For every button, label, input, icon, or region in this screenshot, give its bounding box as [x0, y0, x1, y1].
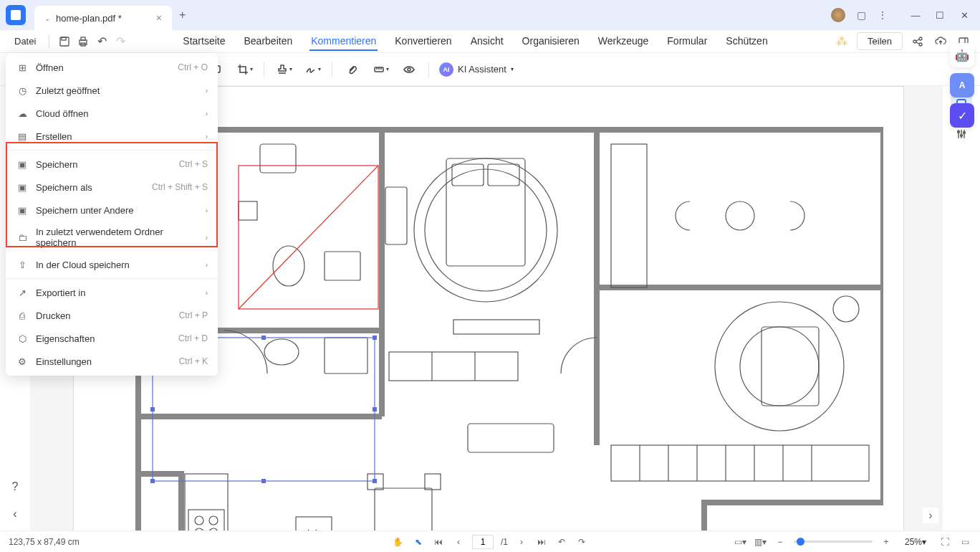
- layout-icon[interactable]: ▥▾: [754, 536, 767, 548]
- fit-width-icon[interactable]: ▭▾: [734, 536, 746, 548]
- svg-rect-24: [488, 164, 519, 186]
- menu-save-as[interactable]: ▣Speichern alsCtrl + Shift + S: [6, 176, 218, 199]
- file-menu-button[interactable]: Datei: [9, 33, 42, 49]
- close-window-button[interactable]: ✕: [954, 5, 974, 25]
- ai-robot-icon[interactable]: 🤖: [950, 43, 974, 67]
- tab-title: home-plan.pdf *: [56, 13, 122, 24]
- menu-recent[interactable]: ◷Zuletzt geöffnet›: [6, 79, 218, 102]
- prev-page-icon[interactable]: ‹: [452, 536, 465, 548]
- svg-rect-19: [239, 201, 257, 220]
- statusbar: 123,75 x 87,49 cm ✋ ⬉ ⏮ ‹ /1 › ⏭ ↶ ↷ ▭▾ …: [0, 530, 980, 552]
- page-number-input[interactable]: [472, 535, 494, 549]
- svg-rect-39: [325, 338, 368, 373]
- tab-konvertieren[interactable]: Konvertieren: [393, 32, 453, 51]
- new-tab-button[interactable]: +: [179, 9, 186, 22]
- more-icon[interactable]: ⋮: [877, 9, 888, 21]
- attachment-icon[interactable]: [342, 60, 361, 79]
- right-floating-tools: 🤖 A ✓: [950, 43, 974, 128]
- svg-point-58: [833, 296, 859, 322]
- first-page-icon[interactable]: ⏮: [432, 536, 445, 548]
- close-icon[interactable]: ×: [156, 12, 162, 24]
- last-page-icon[interactable]: ⏭: [535, 536, 548, 548]
- zoom-slider[interactable]: [794, 541, 873, 543]
- zoom-value[interactable]: 25% ▾: [900, 537, 931, 547]
- menu-export[interactable]: ↗Exportiert in›: [6, 281, 218, 304]
- lightbulb-icon[interactable]: ⁂: [834, 34, 850, 49]
- select-tool-icon[interactable]: ⬉: [412, 536, 425, 548]
- save-icon[interactable]: [57, 34, 72, 49]
- svg-rect-64: [261, 336, 266, 340]
- menu-settings[interactable]: ⚙EinstellungenCtrl + K: [6, 350, 218, 373]
- chevron-right-icon: ›: [206, 110, 208, 118]
- menu-cloud-open[interactable]: ☁Cloud öffnen›: [6, 102, 218, 125]
- translate-icon[interactable]: A: [950, 73, 974, 97]
- cloud-up-icon: ⇧: [16, 258, 29, 271]
- hand-tool-icon[interactable]: ✋: [392, 536, 405, 548]
- svg-rect-41: [185, 474, 228, 530]
- zoom-out-icon[interactable]: −: [774, 536, 787, 548]
- svg-point-44: [209, 516, 218, 525]
- measure-icon[interactable]: ▾: [371, 60, 390, 79]
- share-button[interactable]: Teilen: [857, 32, 903, 50]
- print-icon: ⎙: [16, 309, 29, 322]
- check-icon[interactable]: ✓: [950, 103, 974, 128]
- next-page-icon[interactable]: ›: [515, 536, 528, 548]
- rotate-left-icon[interactable]: ↶: [555, 536, 568, 548]
- tab-bearbeiten[interactable]: Bearbeiten: [243, 32, 294, 51]
- eye-icon[interactable]: [400, 60, 418, 79]
- tab-kommentieren[interactable]: Kommentieren: [309, 32, 378, 51]
- menu-print[interactable]: ⎙DruckenCtrl + P: [6, 304, 218, 327]
- svg-rect-3: [81, 37, 85, 40]
- fullscreen-icon[interactable]: ⛶: [938, 536, 951, 548]
- crop-icon[interactable]: ▾: [235, 60, 254, 79]
- cloud-upload-icon[interactable]: [933, 34, 948, 49]
- menu-properties[interactable]: ⬡EigenschaftenCtrl + D: [6, 327, 218, 350]
- undo-icon[interactable]: ↶: [94, 34, 110, 49]
- tab-werkzeuge[interactable]: Werkzeuge: [597, 32, 650, 51]
- maximize-button[interactable]: ☐: [930, 5, 950, 25]
- help-icon[interactable]: ?: [7, 479, 23, 495]
- redo-icon[interactable]: ↷: [112, 34, 128, 49]
- ai-assistant-button[interactable]: AI KI Assistent ▾: [439, 62, 514, 77]
- tab-organisieren[interactable]: Organisieren: [521, 32, 581, 51]
- svg-rect-42: [188, 510, 224, 530]
- svg-rect-52: [468, 424, 554, 452]
- svg-point-21: [425, 169, 547, 291]
- svg-rect-16: [260, 144, 296, 173]
- tab-startseite[interactable]: Startseite: [181, 32, 226, 51]
- tab-schuetzen[interactable]: Schützen: [724, 32, 769, 51]
- collapse-left-icon[interactable]: ‹: [7, 506, 23, 522]
- scroll-right-button[interactable]: ›: [923, 508, 938, 523]
- menu-open[interactable]: ⊞ÖffnenCtrl + O: [6, 56, 218, 79]
- svg-rect-18: [325, 252, 360, 280]
- tab-formular[interactable]: Formular: [666, 32, 708, 51]
- svg-rect-1: [62, 37, 66, 40]
- message-icon[interactable]: ▢: [855, 9, 867, 21]
- stamp-icon[interactable]: ▾: [274, 60, 293, 79]
- menu-create[interactable]: ▤Erstellen›: [6, 125, 218, 148]
- svg-point-71: [958, 131, 960, 133]
- menu-save[interactable]: ▣SpeichernCtrl + S: [6, 153, 218, 176]
- rotate-right-icon[interactable]: ↷: [575, 536, 588, 548]
- menu-save-cloud[interactable]: ⇧In der Cloud speichern›: [6, 253, 218, 276]
- svg-rect-26: [611, 144, 647, 287]
- document-tab[interactable]: ⌄ home-plan.pdf * ×: [34, 6, 172, 30]
- read-mode-icon[interactable]: ▭: [959, 536, 971, 548]
- signature-icon[interactable]: ▾: [303, 60, 322, 79]
- svg-point-17: [273, 246, 304, 286]
- share-nodes-icon[interactable]: [910, 34, 926, 49]
- svg-point-40: [264, 339, 299, 365]
- svg-rect-47: [375, 488, 432, 530]
- tab-expand-icon[interactable]: ⌄: [44, 14, 50, 22]
- menu-save-recent-folder[interactable]: 🗀In zuletzt verwendetem Ordner speichern…: [6, 222, 218, 253]
- tab-ansicht[interactable]: Ansicht: [469, 32, 505, 51]
- menu-save-other[interactable]: ▣Speichern unter Andere›: [6, 199, 218, 222]
- app-icon[interactable]: [6, 5, 26, 25]
- avatar[interactable]: [831, 8, 845, 22]
- minimize-button[interactable]: —: [905, 5, 926, 25]
- svg-rect-30: [762, 327, 819, 406]
- zoom-in-icon[interactable]: +: [880, 536, 893, 548]
- print-icon[interactable]: [75, 34, 91, 49]
- svg-rect-22: [446, 158, 525, 266]
- svg-point-43: [195, 516, 203, 525]
